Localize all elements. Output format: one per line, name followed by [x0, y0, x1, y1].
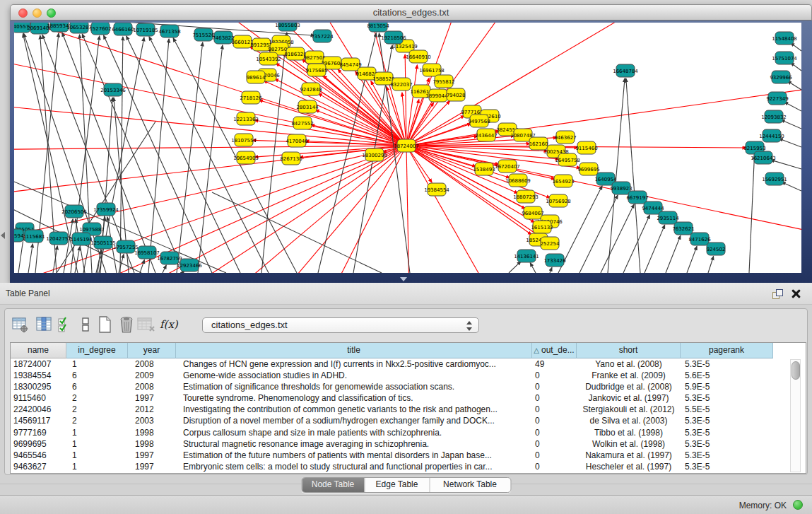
graph-edge[interactable]: [14, 100, 406, 146]
table-row[interactable]: 1872400712008Changes of HCN gene express…: [11, 358, 806, 370]
graph-edge[interactable]: [28, 244, 33, 273]
network-graph[interactable]: 1872400786601238912954182260589827509105…: [14, 23, 801, 273]
table-row[interactable]: 911546021997Tourette syndrome. Phenomeno…: [11, 392, 806, 404]
column-header-in_degree[interactable]: in_degree: [66, 343, 128, 358]
column-header-out_de[interactable]: △out_de...: [532, 343, 577, 358]
table-row[interactable]: 2242004622012Investigating the contribut…: [11, 404, 806, 415]
table-cell: 5.6E-5: [681, 370, 773, 381]
table-mode-button[interactable]: [11, 315, 30, 334]
graph-edge[interactable]: [771, 160, 801, 169]
delete-table-button[interactable]: [136, 315, 155, 334]
minimize-window-icon[interactable]: [33, 8, 42, 18]
memory-ok-indicator[interactable]: [793, 500, 803, 510]
graph-edge[interactable]: [782, 182, 801, 191]
network-view-window: citations_edges.txt 18724007866012389129…: [10, 4, 812, 283]
tab-node-table[interactable]: Node Table: [302, 478, 364, 492]
graph-edge[interactable]: [687, 246, 697, 273]
graph-node-label: 1733426: [543, 258, 566, 264]
network-canvas[interactable]: 1872400786601238912954182260589827509105…: [14, 23, 801, 273]
graph-edge[interactable]: [406, 146, 509, 273]
graph-node-label: 18107554: [231, 138, 257, 144]
network-view-frame: 1872400786601238912954182260589827509105…: [10, 21, 812, 283]
column-header-short[interactable]: short: [577, 343, 681, 358]
table-row[interactable]: 969969511998Structural magnetic resonanc…: [11, 438, 806, 450]
table-row[interactable]: 946554611997Estimation of the future num…: [11, 450, 806, 461]
graph-edge[interactable]: [140, 259, 144, 273]
table-row[interactable]: 1456911722003Disruption of a novel membe…: [11, 415, 806, 426]
graph-edge[interactable]: [104, 35, 212, 273]
close-panel-icon[interactable]: [792, 289, 801, 298]
table-row[interactable]: 1830029562008Estimation of significance …: [11, 381, 806, 392]
zoom-window-icon[interactable]: [47, 8, 56, 18]
graph-edge[interactable]: [601, 204, 634, 273]
collapse-left-panel-icon[interactable]: [1, 232, 5, 239]
graph-edge[interactable]: [749, 156, 755, 273]
graph-node-label: 2803144: [296, 105, 319, 110]
table-cell: Estimation of significance thresholds fo…: [176, 381, 532, 392]
tab-edge-table[interactable]: Edge Table: [364, 478, 429, 492]
graph-node-label: 12042757: [46, 236, 71, 242]
graph-edge[interactable]: [75, 247, 80, 273]
graph-edge[interactable]: [163, 265, 166, 273]
function-builder-button[interactable]: f(x): [160, 315, 181, 334]
tab-network-table[interactable]: Network Table: [429, 478, 510, 492]
table-selector-dropdown[interactable]: citations_edges.txt: [202, 317, 479, 333]
window-titlebar[interactable]: citations_edges.txt: [10, 4, 812, 21]
stacked-rows-icon: [80, 315, 91, 334]
table-cell: Changes of HCN gene expression and I(f) …: [176, 358, 532, 370]
graph-edge[interactable]: [18, 237, 23, 273]
graph-edge[interactable]: [14, 146, 406, 150]
graph-edge[interactable]: [530, 263, 536, 273]
graph-edge[interactable]: [708, 256, 714, 273]
new-column-button[interactable]: [97, 315, 115, 334]
graph-edge[interactable]: [666, 235, 681, 273]
column-visibility-button[interactable]: [35, 315, 54, 334]
close-window-icon[interactable]: [18, 8, 28, 18]
float-panel-icon[interactable]: [772, 289, 782, 299]
graph-node-label: 19384554: [424, 187, 449, 193]
graph-node-label: 1588520: [372, 76, 394, 82]
select-columns-button[interactable]: [57, 315, 76, 334]
table-cell: 2003: [128, 415, 176, 426]
graph-edge[interactable]: [247, 146, 406, 273]
graph-edge[interactable]: [626, 78, 640, 273]
column-header-title[interactable]: title: [176, 343, 532, 358]
graph-edge[interactable]: [579, 195, 618, 273]
graph-edge[interactable]: [787, 81, 801, 90]
vertical-scrollbar[interactable]: [790, 359, 801, 472]
graph-node-label: 16648784: [613, 69, 638, 74]
graph-node-label: 16495758: [555, 158, 580, 163]
table-cell: 9699695: [11, 438, 66, 450]
graph-edge[interactable]: [781, 119, 801, 129]
graph-edge[interactable]: [14, 146, 406, 199]
graph-edge[interactable]: [406, 146, 410, 273]
table-cell: 19384554: [11, 370, 66, 381]
graph-edge[interactable]: [645, 225, 665, 273]
graph-edge[interactable]: [779, 139, 801, 147]
splitter-grip-icon[interactable]: [400, 277, 407, 281]
column-header-year[interactable]: year: [128, 343, 176, 358]
graph-node-label: 7515526: [192, 33, 215, 38]
graph-edge[interactable]: [311, 146, 406, 273]
delete-column-button[interactable]: [118, 315, 136, 334]
graph-node-label: 8267130: [280, 156, 302, 162]
graph-edge[interactable]: [406, 65, 417, 146]
graph-node-label: 9699695: [577, 167, 599, 173]
column-header-name[interactable]: name: [11, 343, 66, 358]
graph-edge[interactable]: [148, 39, 169, 273]
column-header-label: out_de...: [541, 345, 575, 355]
graph-node-label: 17957255: [113, 245, 139, 250]
table-panel-header: Table Panel: [0, 283, 812, 305]
graph-edge[interactable]: [198, 45, 223, 273]
graph-edge[interactable]: [550, 267, 552, 273]
row-height-button[interactable]: [80, 315, 98, 334]
table-row[interactable]: 977716911998Corpus callosum shape and si…: [11, 427, 806, 438]
table-row[interactable]: 946362711997Embryonic stem cells: a mode…: [11, 461, 806, 472]
column-header-pagerank[interactable]: pagerank: [681, 343, 773, 358]
table-row[interactable]: 1938455462009Genome-wide association stu…: [11, 370, 806, 381]
graph-edge[interactable]: [509, 262, 521, 273]
scrollbar-thumb[interactable]: [792, 361, 800, 380]
table-cell: 5.5E-5: [681, 404, 773, 415]
graph-edge[interactable]: [784, 102, 801, 111]
graph-node-label: 10756928: [546, 199, 571, 204]
